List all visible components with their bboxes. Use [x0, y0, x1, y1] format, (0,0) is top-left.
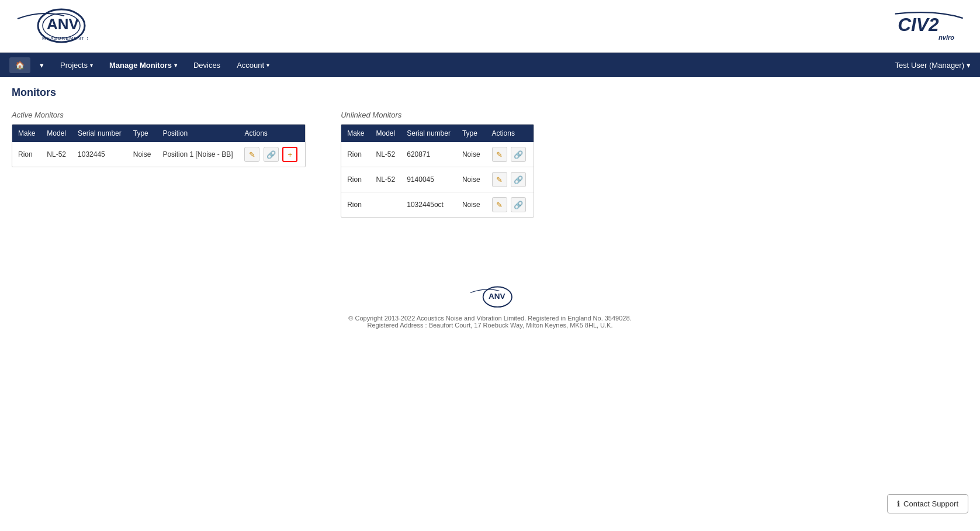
unlinked-monitor-row: Rion NL-52 9140045 Noise ✎ 🔗	[341, 167, 534, 192]
nav-item-projects[interactable]: Projects ▾	[53, 56, 100, 74]
footer-copyright: © Copyright 2013-2022 Acoustics Noise an…	[12, 315, 968, 322]
unlinked-col-model: Model	[370, 125, 401, 142]
unlinked-make-cell: Rion	[341, 167, 370, 192]
footer-logo: ANV	[12, 285, 968, 310]
active-col-make: Make	[12, 125, 41, 142]
unlinked-link-button[interactable]: 🔗	[511, 197, 526, 212]
anv-logo: ANV MEASUREMENT SYSTEMS	[12, 7, 88, 45]
logo-right: CIV2 nviro	[892, 7, 968, 45]
unlinked-serial-cell: 620871	[401, 142, 456, 167]
active-col-serial: Serial number	[72, 125, 127, 142]
nav-home-button[interactable]: 🏠	[9, 57, 30, 73]
logo-left: ANV MEASUREMENT SYSTEMS	[12, 7, 88, 45]
active-monitors-table: Make Model Serial number Type Position A…	[12, 125, 305, 167]
footer-address: Registered Address : Beaufort Court, 17 …	[12, 322, 968, 329]
active-monitors-header-row: Make Model Serial number Type Position A…	[12, 125, 305, 142]
svg-text:ANV: ANV	[488, 292, 505, 301]
footer: ANV © Copyright 2013-2022 Acoustics Nois…	[0, 274, 980, 340]
home-icon: 🏠	[15, 61, 25, 70]
active-add-button[interactable]: +	[282, 147, 297, 162]
nav-manage-monitors-label: Manage Monitors	[109, 61, 172, 70]
svg-text:nviro: nviro	[939, 34, 954, 41]
unlinked-monitor-row: Rion 1032445oct Noise ✎ 🔗	[341, 192, 534, 218]
unlinked-edit-button[interactable]: ✎	[492, 147, 507, 162]
nav-account-label: Account	[237, 61, 264, 70]
nav-item-devices[interactable]: Devices	[186, 56, 227, 74]
active-actions-cell: ✎ 🔗 +	[238, 142, 305, 167]
navbar-left: 🏠 ▾ Projects ▾ Manage Monitors ▾ Devices…	[9, 56, 895, 74]
page-content: Monitors Active Monitors Make Model Seri…	[0, 77, 980, 227]
active-col-actions: Actions	[238, 125, 305, 142]
unlinked-link-button[interactable]: 🔗	[511, 172, 526, 187]
unlinked-actions-cell: ✎ 🔗	[486, 167, 534, 192]
nav-projects-label: Projects	[60, 61, 88, 70]
page-title: Monitors	[12, 87, 968, 99]
active-col-type: Type	[127, 125, 157, 142]
active-monitors-title: Active Monitors	[12, 111, 306, 119]
unlinked-serial-cell: 9140045	[401, 167, 456, 192]
unlinked-make-cell: Rion	[341, 142, 370, 167]
active-monitor-row: Rion NL-52 1032445 Noise Position 1 [Noi…	[12, 142, 305, 167]
active-model-cell: NL-52	[41, 142, 72, 167]
unlinked-col-type: Type	[456, 125, 486, 142]
active-position-cell: Position 1 [Noise - BB]	[157, 142, 238, 167]
nav-devices-label: Devices	[193, 61, 220, 70]
active-type-cell: Noise	[127, 142, 157, 167]
unlinked-monitors-table: Make Model Serial number Type Actions Ri…	[341, 125, 534, 217]
active-serial-cell: 1032445	[72, 142, 127, 167]
svg-text:CIV2: CIV2	[898, 14, 939, 35]
projects-chevron-icon: ▾	[90, 62, 93, 68]
nav-item-manage-monitors[interactable]: Manage Monitors ▾	[102, 56, 184, 74]
unlinked-actions-cell: ✎ 🔗	[486, 192, 534, 218]
unlinked-model-cell: NL-52	[370, 142, 401, 167]
unlinked-type-cell: Noise	[456, 167, 486, 192]
unlinked-type-cell: Noise	[456, 142, 486, 167]
footer-anv-logo: ANV	[467, 285, 514, 309]
nav-dropdown-toggle[interactable]: ▾	[33, 56, 51, 74]
manage-monitors-chevron-icon: ▾	[174, 62, 177, 68]
user-menu[interactable]: Test User (Manager) ▾	[895, 61, 971, 70]
active-edit-button[interactable]: ✎	[244, 147, 259, 162]
active-monitors-table-wrapper: Make Model Serial number Type Position A…	[12, 124, 306, 167]
nav-item-account[interactable]: Account ▾	[230, 56, 276, 74]
unlinked-model-cell	[370, 192, 401, 218]
unlinked-monitors-section: Unlinked Monitors Make Model Serial numb…	[341, 111, 534, 218]
top-header: ANV MEASUREMENT SYSTEMS CIV2 nviro	[0, 0, 980, 53]
account-chevron-icon: ▾	[266, 62, 269, 68]
unlinked-type-cell: Noise	[456, 192, 486, 218]
unlinked-edit-button[interactable]: ✎	[492, 197, 507, 212]
unlinked-monitors-title: Unlinked Monitors	[341, 111, 534, 119]
unlinked-link-button[interactable]: 🔗	[511, 147, 526, 162]
unlinked-edit-button[interactable]: ✎	[492, 172, 507, 187]
active-col-model: Model	[41, 125, 72, 142]
unlinked-monitor-row: Rion NL-52 620871 Noise ✎ 🔗	[341, 142, 534, 167]
unlinked-col-actions: Actions	[486, 125, 534, 142]
unlinked-model-cell: NL-52	[370, 167, 401, 192]
user-chevron-icon: ▾	[967, 61, 971, 70]
monitors-container: Active Monitors Make Model Serial number…	[12, 111, 968, 218]
nav-dropdown-chevron: ▾	[40, 61, 44, 70]
unlinked-actions-cell: ✎ 🔗	[486, 142, 534, 167]
unlinked-col-make: Make	[341, 125, 370, 142]
navbar: 🏠 ▾ Projects ▾ Manage Monitors ▾ Devices…	[0, 53, 980, 77]
user-label: Test User (Manager)	[895, 61, 964, 70]
civ2-logo: CIV2 nviro	[892, 7, 968, 45]
active-monitors-section: Active Monitors Make Model Serial number…	[12, 111, 306, 167]
active-link-button[interactable]: 🔗	[264, 147, 279, 162]
unlinked-make-cell: Rion	[341, 192, 370, 218]
unlinked-monitors-header-row: Make Model Serial number Type Actions	[341, 125, 534, 142]
unlinked-col-serial: Serial number	[401, 125, 456, 142]
unlinked-monitors-table-wrapper: Make Model Serial number Type Actions Ri…	[341, 124, 534, 218]
active-make-cell: Rion	[12, 142, 41, 167]
svg-text:MEASUREMENT SYSTEMS: MEASUREMENT SYSTEMS	[42, 36, 88, 41]
svg-text:ANV: ANV	[47, 15, 79, 33]
active-col-position: Position	[157, 125, 238, 142]
unlinked-serial-cell: 1032445oct	[401, 192, 456, 218]
